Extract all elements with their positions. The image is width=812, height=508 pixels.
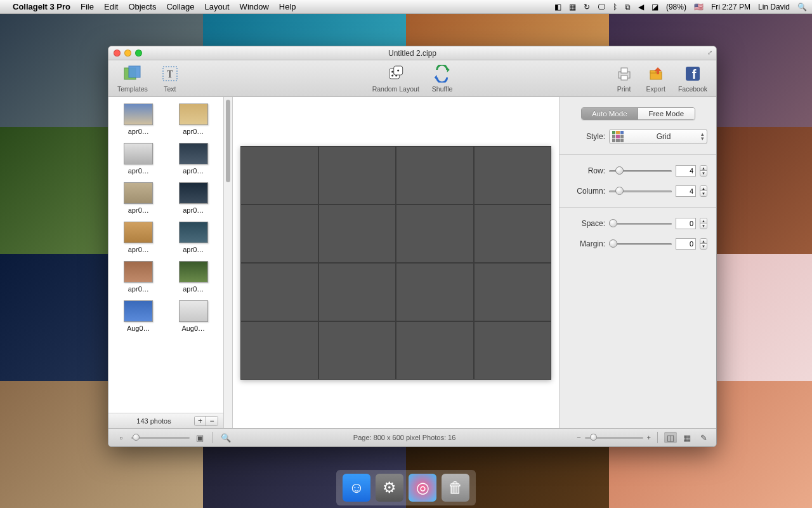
window-zoom-button[interactable] — [135, 50, 142, 57]
print-label: Print — [617, 85, 631, 93]
battery-icon[interactable]: ◪ — [652, 3, 658, 11]
thumb-zoom-slider[interactable] — [131, 433, 190, 442]
photo-thumb[interactable]: apr0… — [169, 261, 219, 293]
shuffle-icon — [433, 64, 452, 83]
margin-slider[interactable] — [609, 239, 672, 249]
menu-collage[interactable]: Collage — [166, 2, 194, 11]
text-button[interactable]: T Text — [160, 64, 180, 93]
thumb-image — [124, 104, 153, 125]
random-layout-button[interactable]: Random Layout — [372, 64, 419, 93]
status-bar: ▫ ▣ 🔍 Page: 800 x 600 pixel Photos: 16 −… — [108, 429, 716, 446]
templates-button[interactable]: Templates — [117, 64, 148, 93]
menu-file[interactable]: File — [81, 2, 94, 11]
clock[interactable]: Fri 2:27 PM — [711, 3, 750, 11]
margin-input[interactable] — [676, 238, 696, 250]
photo-thumb[interactable]: apr0… — [114, 143, 164, 175]
view-layout-icon[interactable]: ◫ — [664, 432, 677, 443]
window-close-button[interactable] — [114, 50, 121, 57]
bluetooth-icon[interactable]: ᛒ — [613, 3, 617, 11]
canvas-zoom-slider[interactable] — [585, 433, 643, 442]
row-input[interactable] — [676, 165, 696, 177]
volume-icon[interactable]: ◀ — [638, 3, 644, 11]
photo-thumb[interactable]: apr0… — [169, 222, 219, 253]
menu-edit[interactable]: Edit — [104, 2, 118, 11]
app-menu[interactable]: CollageIt 3 Pro — [13, 2, 70, 11]
mode-segmented-control[interactable]: Auto Mode Free Mode — [581, 107, 695, 120]
thumb-image — [124, 261, 153, 283]
status-icon[interactable]: ▦ — [569, 3, 576, 11]
collage-canvas[interactable] — [233, 97, 559, 428]
dropbox-icon[interactable]: ◧ — [554, 3, 561, 11]
margin-stepper[interactable]: ▲▼ — [700, 238, 707, 250]
timemachine-icon[interactable]: ↻ — [584, 3, 590, 11]
user-menu[interactable]: Lin David — [758, 3, 790, 11]
print-button[interactable]: Print — [615, 64, 634, 93]
dock-system-preferences[interactable]: ⚙ — [376, 474, 403, 502]
zoom-plus[interactable]: + — [647, 434, 651, 441]
photo-thumb[interactable]: Aug0… — [114, 300, 164, 332]
photo-thumb[interactable]: Aug0… — [169, 300, 219, 332]
window-minimize-button[interactable] — [124, 50, 131, 57]
space-input[interactable] — [676, 218, 696, 229]
photo-thumb[interactable]: apr0… — [114, 104, 164, 135]
svg-rect-16 — [621, 76, 627, 80]
photo-thumb[interactable]: apr0… — [114, 182, 164, 214]
display-icon[interactable]: 🖵 — [598, 3, 605, 11]
collage-grid[interactable] — [240, 146, 551, 380]
input-source-icon[interactable]: 🇺🇸 — [694, 3, 704, 11]
menu-layout[interactable]: Layout — [205, 2, 230, 11]
sidebar-scrollbar[interactable] — [224, 97, 233, 428]
photo-thumb[interactable]: apr0… — [114, 261, 164, 293]
spotlight-icon[interactable]: 🔍 — [797, 3, 807, 11]
export-label: Export — [646, 85, 665, 93]
thumb-label: apr0… — [174, 128, 213, 135]
photo-thumb[interactable]: apr0… — [169, 104, 219, 135]
menu-window[interactable]: Window — [240, 2, 269, 11]
thumb-label: apr0… — [174, 246, 213, 253]
row-stepper[interactable]: ▲▼ — [700, 165, 707, 177]
column-stepper[interactable]: ▲▼ — [700, 185, 707, 197]
zoom-in-thumb-icon[interactable]: ▣ — [193, 432, 206, 443]
export-button[interactable]: Export — [646, 64, 665, 93]
wifi-icon[interactable]: ⧉ — [625, 3, 631, 11]
space-stepper[interactable]: ▲▼ — [700, 218, 707, 229]
thumb-label: Aug0… — [174, 324, 213, 332]
menu-help[interactable]: Help — [279, 2, 296, 11]
zoom-minus[interactable]: − — [577, 434, 580, 441]
thumb-label: apr0… — [174, 285, 213, 293]
column-slider[interactable] — [609, 186, 672, 196]
thumb-image — [179, 182, 208, 204]
row-slider[interactable] — [609, 166, 672, 176]
space-slider[interactable] — [609, 218, 672, 229]
dock-trash[interactable]: 🗑 — [442, 474, 469, 502]
toolbar: Templates T Text Random Layout Shuffle P… — [108, 60, 716, 97]
column-input[interactable] — [676, 185, 696, 197]
style-dropdown[interactable]: Grid ▴▾ — [609, 129, 707, 144]
dock-finder[interactable]: ☺ — [343, 474, 370, 502]
view-grid-icon[interactable]: ▦ — [681, 432, 693, 443]
zoom-reset-icon[interactable]: 🔍 — [219, 432, 232, 443]
remove-photo-button[interactable]: − — [206, 417, 218, 425]
auto-mode-tab[interactable]: Auto Mode — [582, 108, 639, 119]
shuffle-button[interactable]: Shuffle — [432, 64, 453, 93]
photo-thumb[interactable]: apr0… — [169, 143, 219, 175]
dock-app[interactable]: ◎ — [409, 474, 436, 502]
photo-thumb[interactable]: apr0… — [114, 222, 164, 253]
window-titlebar[interactable]: Untitled 2.cipp ⤢ — [108, 46, 716, 60]
dice-icon — [386, 64, 405, 83]
shuffle-label: Shuffle — [432, 85, 453, 93]
photo-sidebar: apr0…apr0…apr0…apr0…apr0…apr0…apr0…apr0…… — [108, 97, 224, 428]
zoom-out-thumb-icon[interactable]: ▫ — [115, 432, 128, 443]
add-photo-button[interactable]: + — [195, 417, 206, 425]
menu-objects[interactable]: Objects — [128, 2, 156, 11]
thumb-image — [124, 182, 153, 204]
view-edit-icon[interactable]: ✎ — [697, 432, 710, 443]
fullscreen-icon[interactable]: ⤢ — [707, 49, 712, 56]
thumb-label: apr0… — [174, 206, 213, 214]
margin-label: Margin: — [568, 239, 605, 248]
free-mode-tab[interactable]: Free Mode — [638, 108, 695, 119]
thumb-image — [179, 261, 208, 283]
photo-thumb[interactable]: apr0… — [169, 182, 219, 214]
svg-text:f: f — [692, 67, 697, 81]
facebook-button[interactable]: f Facebook — [678, 64, 707, 93]
